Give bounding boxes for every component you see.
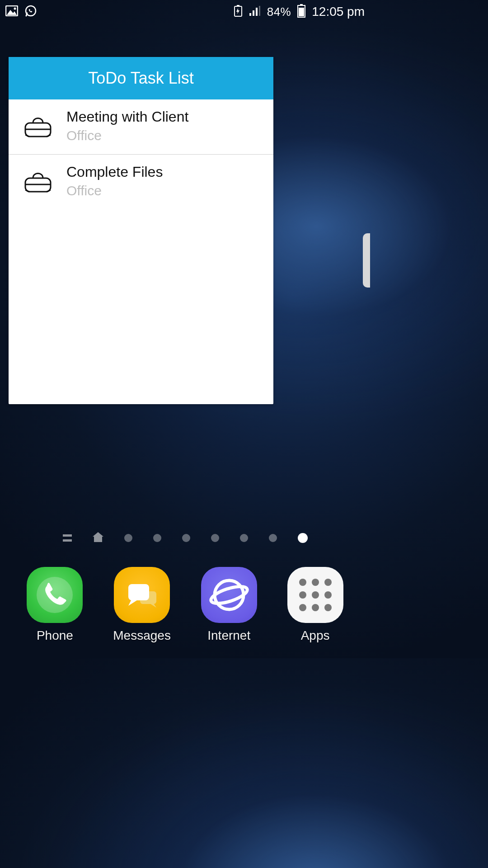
svg-rect-9: [259, 6, 260, 16]
edge-panel-handle[interactable]: [363, 233, 370, 288]
svg-marker-17: [93, 532, 103, 542]
svg-point-23: [215, 580, 244, 609]
dock-item-phone[interactable]: Phone: [27, 567, 83, 643]
page-dot[interactable]: [240, 534, 248, 542]
svg-rect-21: [128, 584, 149, 600]
battery-percent: 84%: [267, 5, 291, 19]
dock: Phone Messages Internet Apps: [0, 567, 370, 643]
dock-label: Messages: [113, 628, 171, 643]
signal-icon: [249, 5, 261, 18]
task-row[interactable]: Meeting with Client Office: [9, 99, 273, 154]
status-left: [5, 5, 37, 19]
apps-overview-icon[interactable]: [63, 534, 72, 542]
dock-label: Phone: [37, 628, 73, 643]
dock-item-messages[interactable]: Messages: [113, 567, 171, 643]
battery-saver-icon: [234, 5, 243, 19]
internet-icon: [201, 567, 257, 623]
task-subtitle: Office: [66, 183, 163, 198]
svg-marker-1: [7, 10, 17, 15]
page-dot[interactable]: [269, 534, 277, 542]
svg-rect-8: [256, 8, 258, 16]
briefcase-icon: [22, 109, 54, 143]
home-indicator-icon[interactable]: [93, 532, 103, 544]
dock-item-apps[interactable]: Apps: [287, 567, 343, 643]
task-subtitle: Office: [66, 128, 188, 143]
clock-time: 12:05 pm: [312, 5, 365, 19]
image-icon: [5, 5, 18, 18]
svg-point-18: [37, 577, 73, 613]
dock-label: Apps: [301, 628, 330, 643]
task-text: Complete Files Office: [66, 164, 163, 198]
briefcase-icon: [22, 165, 54, 198]
task-title: Complete Files: [66, 164, 163, 180]
messages-icon: [114, 567, 170, 623]
page-dot[interactable]: [153, 534, 161, 542]
svg-rect-7: [253, 10, 254, 16]
page-dot[interactable]: [211, 534, 219, 542]
svg-rect-12: [299, 8, 304, 16]
svg-rect-5: [237, 5, 239, 6]
task-row[interactable]: Complete Files Office: [9, 154, 273, 209]
svg-point-2: [14, 8, 16, 10]
page-dot-active[interactable]: [298, 533, 308, 543]
task-title: Meeting with Client: [66, 108, 188, 125]
page-indicators: [0, 532, 370, 544]
whatsapp-icon: [24, 5, 37, 19]
page-dot[interactable]: [182, 534, 190, 542]
svg-rect-6: [249, 13, 251, 16]
status-right: 84% 12:05 pm: [234, 4, 365, 19]
svg-point-24: [209, 583, 249, 607]
dock-item-internet[interactable]: Internet: [201, 567, 257, 643]
page-dot[interactable]: [124, 534, 132, 542]
todo-widget[interactable]: ToDo Task List Meeting with Client Offic…: [9, 57, 273, 404]
apps-icon: [287, 567, 343, 623]
task-text: Meeting with Client Office: [66, 108, 188, 143]
status-bar: 84% 12:05 pm: [0, 0, 370, 24]
widget-title: ToDo Task List: [9, 57, 273, 99]
dock-label: Internet: [207, 628, 250, 643]
phone-icon: [27, 567, 83, 623]
battery-icon: [297, 4, 305, 19]
